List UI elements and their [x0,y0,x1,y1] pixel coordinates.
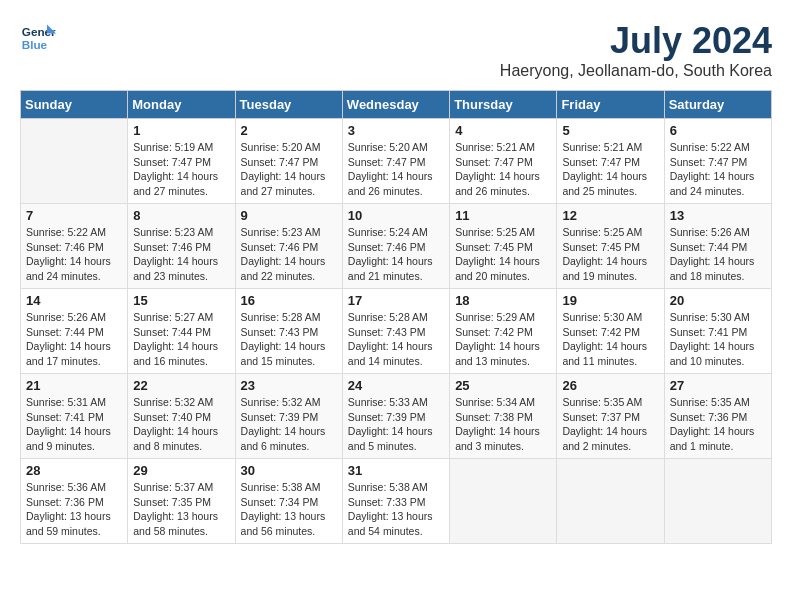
header-cell-thursday: Thursday [450,91,557,119]
day-info: Sunrise: 5:22 AMSunset: 7:46 PMDaylight:… [26,225,122,284]
logo: General Blue [20,20,56,56]
day-number: 12 [562,208,658,223]
day-cell: 10Sunrise: 5:24 AMSunset: 7:46 PMDayligh… [342,204,449,289]
day-info: Sunrise: 5:23 AMSunset: 7:46 PMDaylight:… [241,225,337,284]
location-title: Haeryong, Jeollanam-do, South Korea [500,62,772,80]
day-cell: 17Sunrise: 5:28 AMSunset: 7:43 PMDayligh… [342,289,449,374]
day-number: 25 [455,378,551,393]
day-info: Sunrise: 5:20 AMSunset: 7:47 PMDaylight:… [241,140,337,199]
day-info: Sunrise: 5:38 AMSunset: 7:34 PMDaylight:… [241,480,337,539]
day-info: Sunrise: 5:25 AMSunset: 7:45 PMDaylight:… [562,225,658,284]
day-cell: 23Sunrise: 5:32 AMSunset: 7:39 PMDayligh… [235,374,342,459]
day-info: Sunrise: 5:36 AMSunset: 7:36 PMDaylight:… [26,480,122,539]
day-cell [450,459,557,544]
day-number: 15 [133,293,229,308]
day-number: 6 [670,123,766,138]
day-number: 27 [670,378,766,393]
day-info: Sunrise: 5:24 AMSunset: 7:46 PMDaylight:… [348,225,444,284]
day-cell [21,119,128,204]
day-info: Sunrise: 5:22 AMSunset: 7:47 PMDaylight:… [670,140,766,199]
day-number: 10 [348,208,444,223]
day-number: 5 [562,123,658,138]
day-info: Sunrise: 5:20 AMSunset: 7:47 PMDaylight:… [348,140,444,199]
day-info: Sunrise: 5:23 AMSunset: 7:46 PMDaylight:… [133,225,229,284]
day-number: 30 [241,463,337,478]
month-title: July 2024 [500,20,772,62]
day-cell: 2Sunrise: 5:20 AMSunset: 7:47 PMDaylight… [235,119,342,204]
day-cell: 4Sunrise: 5:21 AMSunset: 7:47 PMDaylight… [450,119,557,204]
week-row-2: 7Sunrise: 5:22 AMSunset: 7:46 PMDaylight… [21,204,772,289]
day-number: 22 [133,378,229,393]
day-number: 20 [670,293,766,308]
header-cell-saturday: Saturday [664,91,771,119]
day-number: 2 [241,123,337,138]
day-number: 1 [133,123,229,138]
day-info: Sunrise: 5:28 AMSunset: 7:43 PMDaylight:… [348,310,444,369]
page-header: General Blue July 2024 Haeryong, Jeollan… [20,20,772,80]
day-cell: 19Sunrise: 5:30 AMSunset: 7:42 PMDayligh… [557,289,664,374]
day-cell: 1Sunrise: 5:19 AMSunset: 7:47 PMDaylight… [128,119,235,204]
header-row: SundayMondayTuesdayWednesdayThursdayFrid… [21,91,772,119]
day-cell: 21Sunrise: 5:31 AMSunset: 7:41 PMDayligh… [21,374,128,459]
day-number: 29 [133,463,229,478]
day-cell: 6Sunrise: 5:22 AMSunset: 7:47 PMDaylight… [664,119,771,204]
day-number: 3 [348,123,444,138]
day-cell: 11Sunrise: 5:25 AMSunset: 7:45 PMDayligh… [450,204,557,289]
day-info: Sunrise: 5:30 AMSunset: 7:42 PMDaylight:… [562,310,658,369]
header-cell-sunday: Sunday [21,91,128,119]
header-cell-monday: Monday [128,91,235,119]
day-info: Sunrise: 5:35 AMSunset: 7:37 PMDaylight:… [562,395,658,454]
day-number: 8 [133,208,229,223]
day-cell: 15Sunrise: 5:27 AMSunset: 7:44 PMDayligh… [128,289,235,374]
header-cell-tuesday: Tuesday [235,91,342,119]
day-cell: 3Sunrise: 5:20 AMSunset: 7:47 PMDaylight… [342,119,449,204]
day-cell: 31Sunrise: 5:38 AMSunset: 7:33 PMDayligh… [342,459,449,544]
day-info: Sunrise: 5:32 AMSunset: 7:39 PMDaylight:… [241,395,337,454]
week-row-5: 28Sunrise: 5:36 AMSunset: 7:36 PMDayligh… [21,459,772,544]
day-info: Sunrise: 5:32 AMSunset: 7:40 PMDaylight:… [133,395,229,454]
day-cell: 16Sunrise: 5:28 AMSunset: 7:43 PMDayligh… [235,289,342,374]
day-number: 28 [26,463,122,478]
day-number: 11 [455,208,551,223]
day-cell: 7Sunrise: 5:22 AMSunset: 7:46 PMDaylight… [21,204,128,289]
day-info: Sunrise: 5:35 AMSunset: 7:36 PMDaylight:… [670,395,766,454]
day-info: Sunrise: 5:21 AMSunset: 7:47 PMDaylight:… [562,140,658,199]
day-info: Sunrise: 5:27 AMSunset: 7:44 PMDaylight:… [133,310,229,369]
day-number: 7 [26,208,122,223]
week-row-1: 1Sunrise: 5:19 AMSunset: 7:47 PMDaylight… [21,119,772,204]
week-row-4: 21Sunrise: 5:31 AMSunset: 7:41 PMDayligh… [21,374,772,459]
day-cell: 20Sunrise: 5:30 AMSunset: 7:41 PMDayligh… [664,289,771,374]
day-info: Sunrise: 5:26 AMSunset: 7:44 PMDaylight:… [26,310,122,369]
day-number: 21 [26,378,122,393]
day-number: 16 [241,293,337,308]
day-cell: 30Sunrise: 5:38 AMSunset: 7:34 PMDayligh… [235,459,342,544]
day-cell: 22Sunrise: 5:32 AMSunset: 7:40 PMDayligh… [128,374,235,459]
day-info: Sunrise: 5:37 AMSunset: 7:35 PMDaylight:… [133,480,229,539]
day-cell: 18Sunrise: 5:29 AMSunset: 7:42 PMDayligh… [450,289,557,374]
day-cell: 27Sunrise: 5:35 AMSunset: 7:36 PMDayligh… [664,374,771,459]
day-info: Sunrise: 5:28 AMSunset: 7:43 PMDaylight:… [241,310,337,369]
title-block: July 2024 Haeryong, Jeollanam-do, South … [500,20,772,80]
day-cell: 28Sunrise: 5:36 AMSunset: 7:36 PMDayligh… [21,459,128,544]
day-number: 23 [241,378,337,393]
day-info: Sunrise: 5:21 AMSunset: 7:47 PMDaylight:… [455,140,551,199]
day-cell: 14Sunrise: 5:26 AMSunset: 7:44 PMDayligh… [21,289,128,374]
day-info: Sunrise: 5:33 AMSunset: 7:39 PMDaylight:… [348,395,444,454]
day-info: Sunrise: 5:29 AMSunset: 7:42 PMDaylight:… [455,310,551,369]
day-cell: 25Sunrise: 5:34 AMSunset: 7:38 PMDayligh… [450,374,557,459]
day-info: Sunrise: 5:31 AMSunset: 7:41 PMDaylight:… [26,395,122,454]
week-row-3: 14Sunrise: 5:26 AMSunset: 7:44 PMDayligh… [21,289,772,374]
day-info: Sunrise: 5:34 AMSunset: 7:38 PMDaylight:… [455,395,551,454]
day-cell: 5Sunrise: 5:21 AMSunset: 7:47 PMDaylight… [557,119,664,204]
day-info: Sunrise: 5:38 AMSunset: 7:33 PMDaylight:… [348,480,444,539]
day-number: 14 [26,293,122,308]
day-info: Sunrise: 5:30 AMSunset: 7:41 PMDaylight:… [670,310,766,369]
day-number: 9 [241,208,337,223]
day-number: 19 [562,293,658,308]
day-cell: 26Sunrise: 5:35 AMSunset: 7:37 PMDayligh… [557,374,664,459]
day-cell: 29Sunrise: 5:37 AMSunset: 7:35 PMDayligh… [128,459,235,544]
svg-text:Blue: Blue [22,38,48,51]
day-cell: 13Sunrise: 5:26 AMSunset: 7:44 PMDayligh… [664,204,771,289]
day-number: 17 [348,293,444,308]
day-number: 31 [348,463,444,478]
